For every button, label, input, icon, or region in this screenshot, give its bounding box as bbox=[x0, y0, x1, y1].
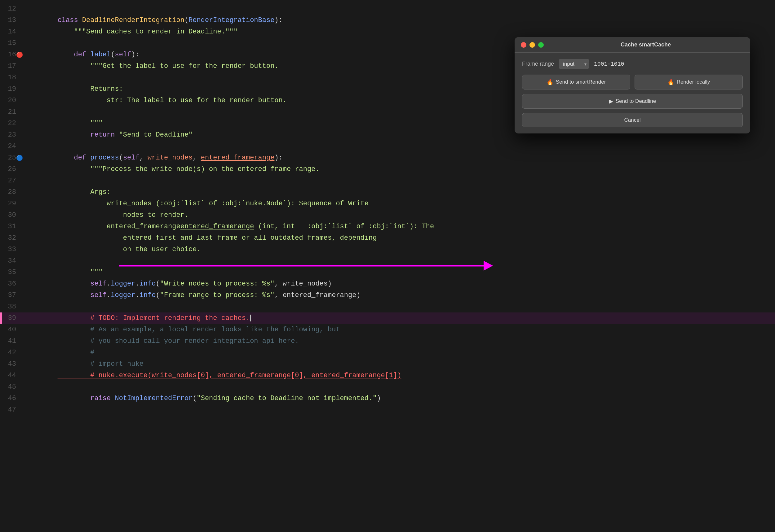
frame-range-row: Frame range input custom all 1001-1010 bbox=[522, 59, 743, 69]
line-number: 13 bbox=[0, 16, 22, 24]
decorator-icon-2: 🔵 bbox=[16, 155, 23, 161]
cache-dialog: Cache smartCache Frame range input custo… bbox=[514, 37, 750, 133]
line-number: 35 bbox=[0, 268, 22, 276]
line-number: 47 bbox=[0, 406, 22, 414]
line-number: 45 bbox=[0, 383, 22, 391]
line-number: 27 bbox=[0, 177, 22, 185]
code-line-34: 34 bbox=[0, 255, 775, 267]
code-line-26: 26 """Process the write node(s) on the e… bbox=[0, 164, 775, 175]
code-line-27: 27 bbox=[0, 175, 775, 186]
render-locally-label: Render locally bbox=[677, 79, 710, 85]
line-number: 26 bbox=[0, 165, 22, 173]
line-number: 19 bbox=[0, 85, 22, 93]
dialog-titlebar: Cache smartCache bbox=[514, 37, 750, 53]
line-number: 22 bbox=[0, 120, 22, 127]
line-number: 39 bbox=[0, 314, 22, 322]
line-number: 17 bbox=[0, 62, 22, 70]
line-number: 37 bbox=[0, 291, 22, 299]
line-number: 44 bbox=[0, 372, 22, 379]
code-line-44: 44 # nuke.execute(write_nodes[0], entere… bbox=[0, 370, 775, 381]
smartrender-icon: 🔥 bbox=[546, 79, 553, 85]
line-number: 30 bbox=[0, 211, 22, 219]
code-line-37: 37 self.logger.info("Frame range to proc… bbox=[0, 290, 775, 301]
close-button[interactable] bbox=[521, 42, 526, 48]
maximize-button[interactable] bbox=[538, 42, 544, 48]
frame-range-label: Frame range bbox=[522, 61, 554, 67]
code-line-14: 14 """Send caches to render in Deadline.… bbox=[0, 26, 775, 37]
deadline-icon: ▶ bbox=[609, 98, 613, 105]
line-number: 23 bbox=[0, 131, 22, 139]
frame-range-select[interactable]: input custom all bbox=[559, 59, 589, 69]
frame-range-select-wrapper[interactable]: input custom all bbox=[559, 59, 589, 69]
line-number: 28 bbox=[0, 188, 22, 196]
decorator-icon: 🔴 bbox=[16, 51, 23, 58]
traffic-lights bbox=[521, 42, 544, 48]
line-number: 34 bbox=[0, 257, 22, 265]
code-line-46: 46 raise NotImplementedError("Sending ca… bbox=[0, 393, 775, 404]
send-to-smartrender-button[interactable]: 🔥 Send to smartRender bbox=[522, 75, 630, 89]
line-number: 43 bbox=[0, 360, 22, 368]
line-number: 14 bbox=[0, 28, 22, 36]
line-number: 33 bbox=[0, 246, 22, 253]
code-line-41: 41 # you should call your render integra… bbox=[0, 335, 775, 347]
line-number: 18 bbox=[0, 74, 22, 81]
render-locally-icon: 🔥 bbox=[668, 79, 674, 85]
send-to-smartrender-label: Send to smartRender bbox=[556, 79, 606, 85]
minimize-button[interactable] bbox=[529, 42, 535, 48]
line-number: 29 bbox=[0, 200, 22, 207]
render-locally-button[interactable]: 🔥 Render locally bbox=[635, 75, 743, 89]
line-indicator bbox=[0, 312, 2, 324]
line-number: 15 bbox=[0, 39, 22, 47]
line-number: 40 bbox=[0, 326, 22, 334]
dialog-title: Cache smartCache bbox=[547, 41, 744, 48]
render-buttons-row: 🔥 Send to smartRender 🔥 Render locally bbox=[522, 75, 743, 89]
line-number: 41 bbox=[0, 337, 22, 345]
line-number: 46 bbox=[0, 395, 22, 402]
line-number: 32 bbox=[0, 234, 22, 242]
code-line-47: 47 bbox=[0, 404, 775, 416]
line-number: 24 bbox=[0, 142, 22, 150]
line-number: 12 bbox=[0, 5, 22, 13]
line-number: 42 bbox=[0, 349, 22, 356]
line-number: 36 bbox=[0, 280, 22, 288]
code-line-33: 33 on the user choice. bbox=[0, 244, 775, 255]
dialog-body: Frame range input custom all 1001-1010 🔥… bbox=[514, 53, 750, 133]
frame-range-value: 1001-1010 bbox=[594, 61, 624, 67]
cancel-label: Cancel bbox=[624, 117, 641, 123]
send-to-deadline-label: Send to Deadline bbox=[616, 98, 656, 104]
line-number: 20 bbox=[0, 97, 22, 104]
send-to-deadline-button[interactable]: ▶ Send to Deadline bbox=[522, 94, 743, 109]
cancel-button[interactable]: Cancel bbox=[522, 113, 743, 127]
line-number: 21 bbox=[0, 108, 22, 116]
line-number: 31 bbox=[0, 223, 22, 230]
line-number: 38 bbox=[0, 303, 22, 311]
